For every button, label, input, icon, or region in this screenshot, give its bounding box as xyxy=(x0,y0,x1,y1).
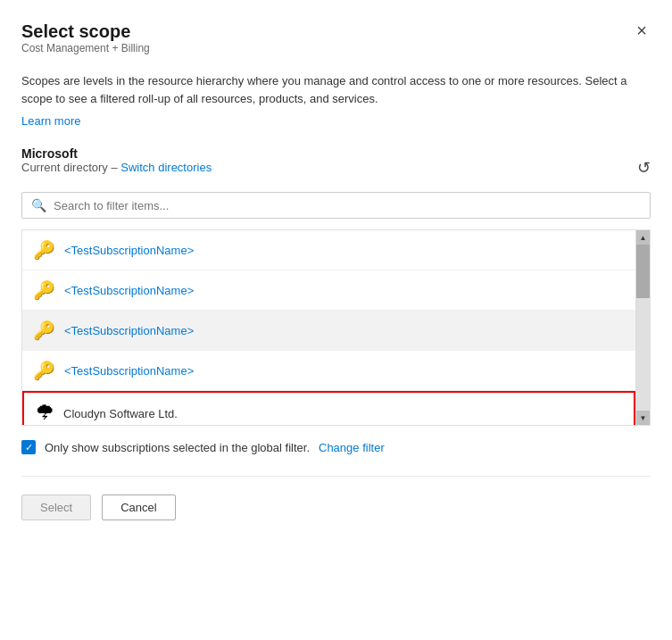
search-input[interactable] xyxy=(54,199,641,212)
filter-checkbox-row: ✓ Only show subscriptions selected in th… xyxy=(21,440,651,454)
section-title-text: Microsoft xyxy=(21,146,212,161)
filter-checkbox[interactable]: ✓ xyxy=(21,440,36,454)
footer-divider xyxy=(21,476,651,477)
cloudyn-list-item[interactable]: 🌩 Cloudyn Software Ltd. xyxy=(22,391,635,425)
key-icon: 🔑 xyxy=(33,239,55,261)
subtitle-text: Cost Management + Billing xyxy=(21,42,150,54)
key-icon: 🔑 xyxy=(33,279,55,301)
select-button[interactable]: Select xyxy=(21,495,91,520)
list-item[interactable]: 🔑 <TestSubscriptionName> xyxy=(22,230,635,270)
scope-list: 🔑 <TestSubscriptionName> 🔑 <TestSubscrip… xyxy=(21,229,651,426)
description-text: Scopes are levels in the resource hierar… xyxy=(21,72,651,107)
learn-more-link[interactable]: Learn more xyxy=(21,114,80,128)
cancel-button[interactable]: Cancel xyxy=(102,495,175,520)
filter-checkbox-label: Only show subscriptions selected in the … xyxy=(45,441,310,454)
directory-section-header: Microsoft Current directory – Switch dir… xyxy=(21,146,651,188)
cloudyn-icon: 🌩 xyxy=(35,402,54,425)
list-inner: 🔑 <TestSubscriptionName> 🔑 <TestSubscrip… xyxy=(22,230,635,425)
item-text-4: <TestSubscriptionName> xyxy=(64,364,194,378)
title-text: Select scope xyxy=(21,21,150,42)
switch-directories-link[interactable]: Switch directories xyxy=(120,161,212,174)
directory-line: Current directory – Switch directories xyxy=(21,161,212,174)
checkbox-check-icon: ✓ xyxy=(25,442,33,453)
item-text-1: <TestSubscriptionName> xyxy=(64,244,194,257)
item-text-3: <TestSubscriptionName> xyxy=(64,324,194,337)
footer-buttons: Select Cancel xyxy=(21,495,651,520)
scroll-down-button[interactable]: ▼ xyxy=(636,411,651,425)
cloudyn-text: Cloudyn Software Ltd. xyxy=(63,407,178,420)
key-icon: 🔑 xyxy=(33,320,55,341)
directory-label-text: Current directory – xyxy=(21,161,118,174)
key-icon: 🔑 xyxy=(33,360,55,381)
scrollbar-thumb[interactable] xyxy=(636,245,650,298)
section-title: Microsoft Current directory – Switch dir… xyxy=(21,146,212,188)
dialog-header: Select scope Cost Management + Billing × xyxy=(21,21,651,69)
search-icon: 🔍 xyxy=(31,198,46,212)
refresh-button[interactable]: ↺ xyxy=(637,160,651,176)
list-item[interactable]: 🔑 <TestSubscriptionName> xyxy=(22,311,635,351)
search-box: 🔍 xyxy=(21,192,651,219)
close-button[interactable]: × xyxy=(633,21,651,39)
dialog-title: Select scope Cost Management + Billing xyxy=(21,21,150,69)
scrollbar-track: ▲ ▼ xyxy=(635,230,650,425)
item-text-2: <TestSubscriptionName> xyxy=(64,284,194,297)
change-filter-link[interactable]: Change filter xyxy=(319,441,385,454)
scroll-up-button[interactable]: ▲ xyxy=(636,230,651,245)
scrollbar-thumb-area xyxy=(636,245,650,411)
list-item[interactable]: 🔑 <TestSubscriptionName> xyxy=(22,270,635,311)
select-scope-dialog: Select scope Cost Management + Billing ×… xyxy=(0,0,672,640)
list-item[interactable]: 🔑 <TestSubscriptionName> xyxy=(22,351,635,391)
